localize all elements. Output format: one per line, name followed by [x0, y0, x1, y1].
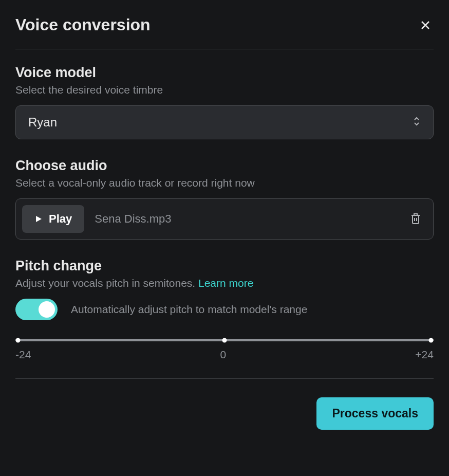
auto-pitch-label: Automatically adjust pitch to match mode… [71, 303, 307, 316]
pitch-change-section: Pitch change Adjust your vocals pitch in… [15, 258, 434, 379]
pitch-slider[interactable] [15, 339, 434, 341]
voice-model-section: Voice model Select the desired voice tim… [15, 65, 434, 139]
process-vocals-button[interactable]: Process vocals [316, 397, 434, 430]
voice-model-value: Ryan [28, 115, 57, 130]
pitch-slider-wrap: -24 0 +24 [15, 339, 434, 379]
play-icon [34, 215, 43, 223]
choose-audio-title: Choose audio [15, 158, 434, 174]
slider-tick-min [16, 338, 21, 342]
slider-tick-max [429, 338, 434, 342]
audio-file-box: Play Sena Diss.mp3 [15, 198, 434, 240]
delete-audio-button[interactable] [407, 210, 424, 228]
chevron-up-down-icon [413, 116, 421, 129]
slider-min-label: -24 [15, 349, 31, 361]
choose-audio-section: Choose audio Select a vocal-only audio t… [15, 158, 434, 240]
choose-audio-desc: Select a vocal-only audio track or recor… [15, 177, 434, 189]
voice-model-select[interactable]: Ryan [15, 105, 434, 139]
audio-filename: Sena Diss.mp3 [95, 212, 397, 226]
slider-labels: -24 0 +24 [15, 349, 434, 361]
pitch-desc-text: Adjust your vocals pitch in semitones. [15, 277, 198, 289]
slider-mid-label: 0 [220, 349, 227, 361]
trash-icon [409, 212, 422, 225]
dialog-header: Voice conversion [15, 15, 434, 49]
pitch-title: Pitch change [15, 258, 434, 274]
close-button[interactable] [417, 17, 434, 33]
slider-max-label: +24 [415, 349, 434, 361]
slider-tick-mid [222, 338, 227, 342]
play-label: Play [49, 212, 72, 226]
auto-pitch-row: Automatically adjust pitch to match mode… [15, 299, 434, 320]
toggle-knob [39, 301, 55, 318]
close-icon [419, 19, 432, 31]
auto-pitch-toggle[interactable] [15, 299, 58, 320]
dialog-footer: Process vocals [15, 397, 434, 430]
play-button[interactable]: Play [22, 205, 84, 233]
voice-model-desc: Select the desired voice timbre [15, 84, 434, 96]
voice-model-title: Voice model [15, 65, 434, 81]
dialog-title: Voice conversion [15, 15, 151, 34]
learn-more-link[interactable]: Learn more [198, 277, 253, 289]
pitch-desc: Adjust your vocals pitch in semitones. L… [15, 277, 434, 289]
